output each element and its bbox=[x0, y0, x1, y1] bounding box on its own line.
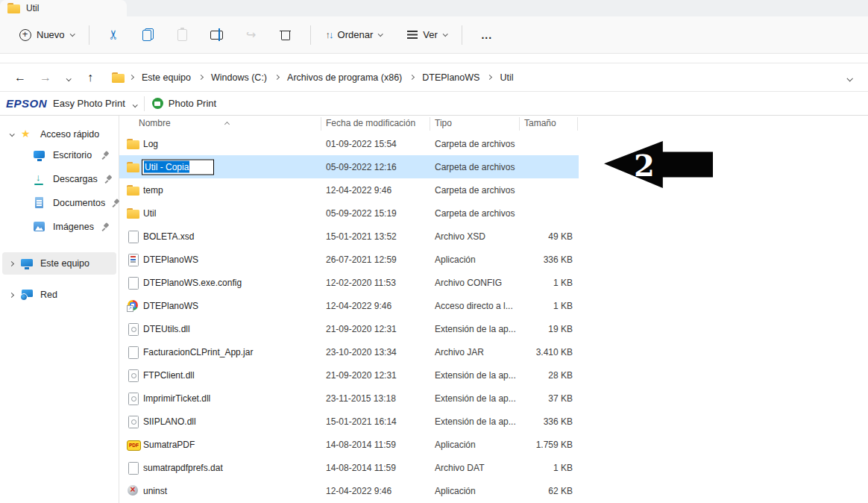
sort-icon: ↑↓ bbox=[326, 29, 333, 40]
command-toolbar: Nuevo ✂ ↪ ↑↓ Ordenar Ver bbox=[0, 16, 868, 54]
breadcrumb-item[interactable]: Archivos de programa (x86) bbox=[284, 70, 405, 85]
breadcrumb-item[interactable]: Este equipo bbox=[139, 70, 194, 85]
epson-addon-bar: EPSON Easy Photo Print Photo Print bbox=[0, 92, 868, 116]
epson-dropdown-button[interactable] bbox=[133, 97, 136, 110]
file-name: Log bbox=[143, 139, 158, 149]
photo-print-icon bbox=[152, 98, 163, 109]
table-row[interactable]: temp Util - Copia 12-04-2022 9:46 Carpet… bbox=[119, 178, 579, 201]
table-row[interactable]: SumatraPDF Util - Copia 14-08-2014 11:59… bbox=[119, 433, 579, 456]
column-header-type[interactable]: Tipo bbox=[435, 118, 452, 128]
uninstall-icon bbox=[127, 485, 139, 497]
breadcrumb-item[interactable]: DTEPlanoWS bbox=[419, 70, 482, 85]
sort-button[interactable]: ↑↓ Ordenar bbox=[318, 22, 390, 48]
rename-input[interactable]: Util - Copia bbox=[142, 159, 214, 175]
file-name: FTPClient.dll bbox=[143, 370, 195, 381]
spacer bbox=[0, 239, 119, 252]
sidebar-quick-access-item[interactable]: Documentos bbox=[0, 191, 119, 215]
delete-button[interactable] bbox=[268, 22, 303, 48]
column-header-name[interactable]: Nombre bbox=[139, 118, 171, 128]
table-row[interactable]: FTPClient.dll Util - Copia 21-09-2020 12… bbox=[119, 363, 579, 387]
more-options-button[interactable]: ... bbox=[470, 22, 504, 48]
up-button[interactable]: ↑ bbox=[78, 71, 103, 84]
downloads-icon bbox=[33, 173, 46, 185]
computer-icon bbox=[20, 257, 34, 269]
photo-print-button[interactable]: Photo Print bbox=[169, 98, 216, 109]
table-row[interactable]: SIIPLANO.dll Util - Copia 15-01-2021 16:… bbox=[119, 410, 579, 433]
copy-button[interactable] bbox=[131, 22, 166, 48]
file-date: 23-11-2015 13:18 bbox=[326, 393, 396, 404]
table-row[interactable]: BOLETA.xsd Util - Copia 15-01-2021 13:52… bbox=[119, 225, 579, 248]
table-row[interactable]: sumatrapdfprefs.dat Util - Copia 14-08-2… bbox=[119, 456, 579, 479]
table-row[interactable]: DTEUtils.dll Util - Copia 21-09-2020 12:… bbox=[119, 317, 579, 340]
cut-button[interactable]: ✂ bbox=[97, 22, 131, 48]
file-size: 49 KB bbox=[507, 231, 573, 242]
column-separator[interactable] bbox=[519, 117, 520, 131]
column-header-size[interactable]: Tamaño bbox=[524, 118, 556, 128]
breadcrumb-item[interactable]: Util bbox=[497, 70, 516, 85]
sidebar-quick-access-item[interactable]: Descargas bbox=[0, 167, 119, 191]
file-type: Archivo DAT bbox=[435, 463, 484, 473]
table-row[interactable]: Util - Copia Util - Copia 05-09-2022 12:… bbox=[119, 155, 579, 178]
new-button[interactable]: Nuevo bbox=[12, 22, 81, 48]
epson-logo: EPSON bbox=[6, 97, 47, 110]
file-date: 23-10-2020 13:34 bbox=[326, 347, 397, 357]
file-name: ImprimirTicket.dll bbox=[143, 393, 210, 404]
file-date: 05-09-2022 12:16 bbox=[326, 162, 397, 172]
chevron-down-icon bbox=[442, 31, 447, 37]
trash-icon bbox=[280, 29, 290, 40]
file-type: Carpeta de archivos bbox=[435, 208, 515, 219]
tab-util[interactable]: Util bbox=[0, 0, 127, 16]
column-separator[interactable] bbox=[577, 117, 578, 131]
column-headers: Nombre Fecha de modificación Tipo Tamaño bbox=[119, 116, 579, 132]
table-row[interactable]: DTEPlanoWS Util - Copia 26-07-2021 12:59… bbox=[119, 248, 579, 271]
table-row[interactable]: DTEPlanoWS Util - Copia 12-04-2022 9:46 … bbox=[119, 294, 579, 317]
column-separator[interactable] bbox=[430, 117, 430, 131]
view-button[interactable]: Ver bbox=[400, 22, 454, 48]
file-list: Nombre Fecha de modificación Tipo Tamaño… bbox=[119, 116, 579, 503]
sidebar-quick-access-item[interactable]: Escritorio bbox=[0, 143, 119, 167]
breadcrumb-item[interactable]: Windows (C:) bbox=[208, 70, 270, 85]
file-type: Aplicación bbox=[435, 254, 476, 265]
table-row[interactable]: Log Util - Copia 01-09-2022 15:54 Carpet… bbox=[119, 132, 579, 155]
file-date: 15-01-2021 13:52 bbox=[326, 231, 397, 242]
file-size: 28 KB bbox=[507, 370, 573, 381]
column-separator[interactable] bbox=[321, 117, 321, 131]
plus-circle-icon bbox=[19, 29, 31, 41]
recent-locations-button[interactable] bbox=[58, 71, 78, 84]
table-row[interactable]: DTEPlanoWS.exe.config Util - Copia 12-02… bbox=[119, 271, 579, 294]
file-date: 12-02-2020 11:53 bbox=[326, 278, 396, 288]
new-button-label: Nuevo bbox=[37, 29, 65, 40]
address-dropdown-button[interactable] bbox=[847, 71, 852, 84]
chevron-right-icon bbox=[9, 260, 14, 266]
back-button[interactable]: ← bbox=[7, 71, 33, 84]
table-row[interactable]: uninst Util - Copia 12-04-2022 9:46 Apli… bbox=[119, 479, 579, 502]
sidebar-item-this-pc[interactable]: Este equipo bbox=[2, 252, 116, 275]
sidebar-item-network[interactable]: Red bbox=[2, 284, 116, 306]
file-name: DTEPlanoWS bbox=[143, 254, 198, 265]
file-size: 1 KB bbox=[507, 278, 573, 288]
file-date: 12-04-2022 9:46 bbox=[326, 301, 391, 311]
epson-product-label: Easy Photo Print bbox=[53, 98, 125, 109]
column-header-date[interactable]: Fecha de modificación bbox=[326, 118, 415, 128]
file-size: 1.759 KB bbox=[507, 440, 573, 450]
paste-button[interactable] bbox=[166, 22, 200, 48]
table-row[interactable]: Util Util - Copia 05-09-2022 15:19 Carpe… bbox=[119, 201, 579, 225]
file-name: DTEPlanoWS bbox=[143, 301, 198, 311]
forward-button[interactable]: → bbox=[33, 71, 58, 84]
view-list-icon bbox=[407, 31, 418, 32]
pdf-icon bbox=[127, 439, 139, 451]
rename-icon bbox=[210, 31, 223, 40]
file-size: 3.410 KB bbox=[507, 347, 573, 357]
table-row[interactable]: FacturacionCLPrint_App.jar Util - Copia … bbox=[119, 340, 579, 363]
sort-ascending-icon bbox=[225, 116, 229, 129]
file-size: 62 KB bbox=[507, 486, 573, 496]
sidebar-quick-access-item[interactable]: Imágenes bbox=[0, 215, 119, 239]
sidebar-item-quick-access[interactable]: Acceso rápido bbox=[0, 125, 119, 143]
rename-button[interactable] bbox=[200, 22, 234, 48]
file-type: Carpeta de archivos bbox=[435, 139, 515, 149]
table-row[interactable]: ImprimirTicket.dll Util - Copia 23-11-20… bbox=[119, 387, 579, 410]
network-label: Red bbox=[40, 290, 57, 300]
file-date: 21-09-2020 12:31 bbox=[326, 324, 397, 334]
share-button[interactable]: ↪ bbox=[234, 22, 268, 48]
file-icon bbox=[127, 462, 139, 474]
